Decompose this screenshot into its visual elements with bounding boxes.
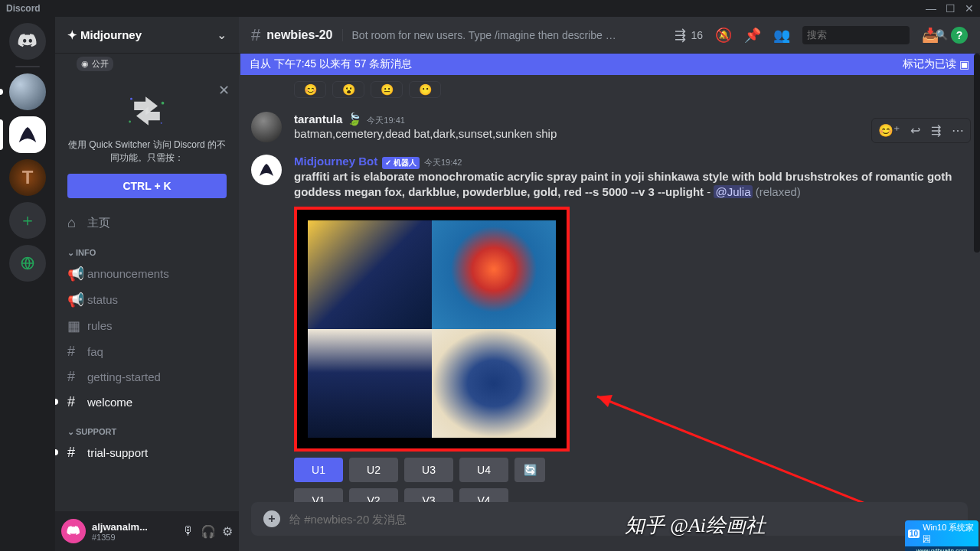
message-input[interactable]	[289, 513, 956, 526]
author-avatar[interactable]	[251, 112, 282, 142]
channel-faq[interactable]: #faq	[61, 339, 233, 364]
pins-icon[interactable]: 📌	[744, 27, 761, 44]
guild-midjourney[interactable]	[9, 116, 46, 153]
window-close[interactable]: ✕	[965, 2, 974, 15]
channel-welcome[interactable]: #welcome	[61, 390, 233, 415]
guild-avatar-3[interactable]: T	[9, 159, 46, 196]
quick-switcher-button[interactable]: CTRL + K	[67, 174, 227, 198]
guild-avatar-1[interactable]	[9, 73, 46, 110]
add-reaction-icon[interactable]: 😊⁺	[875, 122, 903, 139]
channel-trial-support[interactable]: #trial-support	[61, 440, 233, 465]
category-info[interactable]: ⌄INFO	[61, 236, 233, 261]
message-author[interactable]: Midjourney Bot	[294, 155, 377, 168]
v1-button[interactable]: V1	[294, 488, 343, 503]
megaphone-icon: 📢	[67, 266, 81, 282]
attach-button[interactable]: +	[263, 510, 280, 527]
scrollbar[interactable]	[974, 54, 980, 253]
v2-button[interactable]: V2	[349, 488, 398, 503]
banner-action[interactable]: 标记为已读	[903, 57, 956, 71]
channel-sidebar: ✦Midjourney ⌄ ◉ 公开 ✕ 使用 Quick Switcher 访…	[55, 17, 239, 551]
channel-announcements[interactable]: 📢announcements	[61, 261, 233, 287]
thread-icon[interactable]: ⇶	[928, 122, 944, 139]
category-support[interactable]: ⌄SUPPORT	[61, 415, 233, 440]
message-input-box[interactable]: +	[251, 502, 968, 536]
grid-image-2[interactable]	[432, 220, 556, 329]
hash-icon: #	[67, 369, 81, 385]
user-name: aljwanalm...	[92, 521, 176, 533]
home-icon: ⌂	[67, 215, 81, 231]
hash-icon: #	[67, 445, 81, 461]
window-minimize[interactable]: —	[926, 2, 936, 15]
user-panel: aljwanalm... #1359 🎙 🎧 ⚙	[55, 511, 239, 551]
swap-arrows-icon	[67, 90, 227, 132]
message-list[interactable]: 😊 😮 😐 😶 😊⁺ ↩ ⇶ ⋯ tarantula 🍃 今天19:41	[239, 75, 980, 502]
reply-icon[interactable]: ↩	[907, 122, 923, 139]
channel-header: # newbies-20 Bot room for new users. Typ…	[239, 17, 980, 54]
home-guild[interactable]	[9, 23, 46, 60]
add-server-button[interactable]: ＋	[9, 202, 46, 239]
reaction[interactable]: 😊	[294, 81, 326, 98]
mic-icon[interactable]: 🎙	[182, 524, 194, 539]
image-grid[interactable]	[294, 207, 570, 452]
channel-status[interactable]: 📢status	[61, 287, 233, 313]
grid-image-4[interactable]	[432, 329, 556, 438]
user-tag: #1359	[92, 533, 176, 542]
svg-point-4	[161, 122, 162, 124]
reroll-button[interactable]: 🔄	[514, 458, 545, 482]
explore-button[interactable]	[9, 245, 46, 282]
v3-button[interactable]: V3	[404, 488, 453, 503]
channel-rules[interactable]: ▦rules	[61, 313, 233, 339]
u1-button[interactable]: U1	[294, 458, 343, 482]
public-badge: ◉ 公开	[77, 57, 113, 71]
svg-point-1	[130, 98, 132, 100]
mention[interactable]: @Julia	[714, 185, 752, 198]
hash-icon: #	[251, 25, 260, 45]
chevron-down-icon: ⌄	[67, 427, 74, 437]
search-input[interactable]	[807, 29, 936, 41]
grid-image-1[interactable]	[308, 220, 432, 329]
search-box[interactable]: 🔍	[802, 26, 910, 44]
leaf-icon: 🍃	[347, 112, 362, 126]
app-title: Discord	[6, 3, 41, 14]
user-avatar[interactable]	[61, 519, 86, 543]
quick-switcher-card: ✕ 使用 Quick Switcher 访问 Discord 的不同功能。只需按…	[55, 77, 239, 210]
thread-count: 16	[691, 29, 703, 41]
server-name-text: Midjourney	[80, 28, 142, 41]
svg-point-2	[162, 102, 165, 105]
svg-point-3	[129, 121, 131, 123]
members-icon[interactable]: 👥	[773, 27, 790, 44]
u2-button[interactable]: U2	[349, 458, 398, 482]
banner-text: 自从 下午7:45 以来有 57 条新消息	[250, 57, 412, 71]
message-text: batman,cemetery,dead bat,dark,sunset,sun…	[294, 126, 968, 142]
headphones-icon[interactable]: 🎧	[201, 524, 216, 539]
new-messages-banner[interactable]: 自从 下午7:45 以来有 57 条新消息 标记为已读 ▣	[240, 54, 978, 75]
channel-topic[interactable]: Bot room for new users. Type /imagine th…	[342, 29, 618, 41]
sidebar-home[interactable]: ⌂主页	[61, 210, 233, 236]
notifications-icon[interactable]: 🔕	[715, 27, 732, 44]
window-maximize[interactable]: ☐	[946, 2, 956, 15]
message-text: graffiti art is elaborate monochromatic …	[294, 169, 968, 201]
author-avatar[interactable]	[251, 155, 282, 185]
reaction[interactable]: 😮	[332, 81, 364, 98]
gear-icon[interactable]: ⚙	[222, 524, 233, 539]
v4-button[interactable]: V4	[459, 488, 508, 503]
more-icon[interactable]: ⋯	[949, 122, 967, 139]
main-chat: # newbies-20 Bot room for new users. Typ…	[239, 17, 980, 551]
message-author[interactable]: tarantula	[294, 112, 342, 126]
quick-switcher-text: 使用 Quick Switcher 访问 Discord 的不同功能。只需按：	[67, 139, 227, 165]
reaction[interactable]: 😐	[371, 81, 403, 98]
reaction[interactable]: 😶	[409, 81, 441, 98]
grid-image-3[interactable]	[308, 329, 432, 438]
u3-button[interactable]: U3	[404, 458, 453, 482]
threads-icon[interactable]: ⇶	[675, 27, 686, 44]
rules-icon: ▦	[67, 318, 81, 334]
message-time: 今天19:42	[424, 157, 462, 168]
hash-icon: #	[67, 344, 81, 360]
help-icon[interactable]: ?	[951, 27, 968, 44]
mark-read-icon: ▣	[959, 58, 969, 70]
inbox-icon[interactable]: 📥	[922, 27, 939, 44]
bot-tag: ✓ 机器人	[382, 157, 420, 169]
channel-getting-started[interactable]: #getting-started	[61, 364, 233, 390]
u4-button[interactable]: U4	[459, 458, 508, 482]
server-header[interactable]: ✦Midjourney ⌄	[55, 17, 239, 54]
